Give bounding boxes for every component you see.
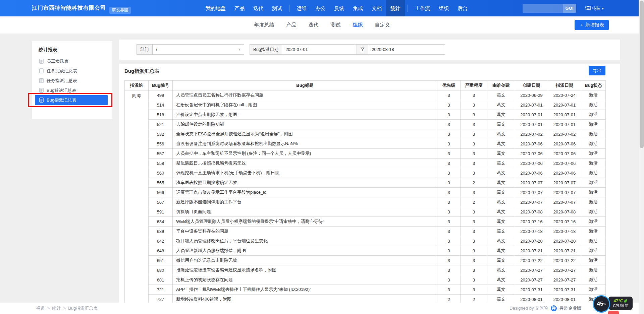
topnav-item-2-2[interactable]: 后台	[453, 0, 472, 16]
table-row: 680报障处理渣场没有设备编号建议显示渣场名称，附图33葛文2020-07-27…	[125, 265, 606, 275]
created-date-cell: 2020-07-20	[515, 236, 548, 246]
report-tab-0[interactable]: 年度总结	[254, 22, 274, 28]
priority-cell: 3	[437, 236, 461, 246]
column-header-6: 创建日期	[515, 81, 548, 90]
export-button[interactable]: 导出	[589, 66, 605, 75]
severity-cell: 3	[461, 100, 487, 110]
report-tab-4[interactable]: 组织	[353, 22, 363, 28]
sidebar-item-1[interactable]: 任务完成汇总表	[35, 66, 108, 76]
assigned-date-cell: 2020-07-20	[548, 236, 581, 246]
topnav-item-0-3[interactable]: 测试	[268, 0, 286, 16]
topnav-item-0-1[interactable]: 产品	[230, 0, 249, 16]
assigned-date-cell: 2020-07-01	[548, 110, 581, 120]
user-menu[interactable]: 谭国振▼	[585, 5, 604, 11]
severity-cell: 3	[461, 236, 487, 246]
bug-title-cell: 调度管理点击修改显示工作平台字段为place_id	[173, 188, 437, 197]
breadcrumb-item-0[interactable]: 禅道	[36, 306, 45, 311]
status-cell: 激活	[581, 217, 606, 227]
cpu-temp-value: 47℃	[614, 299, 623, 304]
created-date-cell: 2020-07-07	[515, 178, 548, 188]
created-date-cell: 2020-07-01	[515, 120, 548, 129]
created-date-cell: 2020-06-29	[515, 90, 548, 100]
sidebar-item-2[interactable]: 任务指派汇总表	[35, 76, 108, 85]
severity-cell: 3	[461, 168, 487, 178]
topnav-item-0-0[interactable]: 我的地盘	[201, 0, 230, 16]
severity-cell: 3	[461, 188, 487, 197]
status-cell: 激活	[581, 207, 606, 217]
bug-id-cell: 521	[149, 120, 173, 129]
department-filter: 部门 / ▼	[137, 44, 244, 55]
severity-cell: 3	[461, 139, 487, 149]
status-cell: 激活	[581, 256, 606, 265]
top-bar: 江门市西特智能科技有限公司 研发界面 我的地盘产品迭代测试运维办公反馈集成文档统…	[0, 0, 644, 16]
status-cell: 激活	[581, 90, 606, 100]
table-row: 639平台中设备资料存在的问题33葛文2020-07-182020-07-18激…	[125, 227, 606, 236]
report-tab-1[interactable]: 产品	[286, 22, 297, 28]
bug-id-cell: 499	[149, 90, 173, 100]
breadcrumb: 禅道>统计>Bug指派汇总表	[36, 303, 98, 314]
severity-cell: 3	[461, 265, 487, 275]
scrollbar-thumb[interactable]	[640, 1, 644, 148]
sidebar-item-3[interactable]: Bug解决汇总表	[35, 85, 108, 95]
priority-cell: 3	[437, 197, 461, 207]
cpu-usage-widget[interactable]: 45 %	[593, 295, 610, 313]
topnav-item-2-1[interactable]: 组织	[434, 0, 453, 16]
scrollbar[interactable]	[639, 0, 644, 314]
severity-cell: 2	[461, 197, 487, 207]
priority-cell: 3	[437, 110, 461, 120]
nav-divider	[408, 5, 408, 12]
bug-title-cell: 渣车图表按照日期搜索确定无效	[173, 178, 437, 188]
search-go-button[interactable]: GO!	[563, 4, 577, 13]
bug-title-cell: 全屏状态下ESC退出全屏后按钮还是显示为“退出全屏”，附图	[173, 129, 437, 139]
priority-cell: 3	[437, 256, 461, 265]
topnav-item-1-5[interactable]: 统计	[386, 0, 405, 16]
search-input[interactable]	[523, 4, 563, 13]
bug-title-cell: 在册设备记录中的司机字段存在null，附图	[173, 100, 437, 110]
creator-cell: 葛文	[487, 207, 515, 217]
topnav-item-1-1[interactable]: 办公	[311, 0, 330, 16]
topnav-item-0-2[interactable]: 迭代	[249, 0, 268, 16]
severity-cell: 3	[461, 207, 487, 217]
bug-title-cell: APP上操作上机和WEB端去操作上下机操作人显示为“未知 (ID:20192)”	[173, 285, 437, 295]
topnav-item-1-4[interactable]: 文档	[367, 0, 386, 16]
report-tab-2[interactable]: 迭代	[309, 22, 319, 28]
created-date-cell: 2020-07-22	[515, 256, 548, 265]
topnav-item-1-0[interactable]: 运维	[292, 0, 311, 16]
sidebar-item-0[interactable]: 员工负载表	[35, 56, 108, 66]
bug-id-cell: 651	[149, 256, 173, 265]
column-header-0: 指派给	[125, 81, 149, 90]
report-tab-5[interactable]: 自定义	[375, 22, 390, 28]
bug-title-cell: 微信用户勾选记录点击删除无效	[173, 256, 437, 265]
new-report-button[interactable]: ＋ 新增报表	[575, 20, 609, 30]
created-date-cell: 2020-07-27	[515, 265, 548, 275]
created-date-cell: 2020-07-27	[515, 275, 548, 285]
created-date-cell: 2020-07-07	[515, 197, 548, 207]
department-select[interactable]: / ▼	[153, 44, 244, 55]
bug-id-cell: 558	[149, 159, 173, 168]
column-header-8: Bug状态	[581, 81, 606, 90]
table-row: 634WEB端人员管理删除人员后小程序端我的项目提示“申请审核中，请耐心等待”3…	[125, 217, 606, 227]
status-cell: 激活	[581, 110, 606, 120]
created-date-cell: 2020-07-07	[515, 188, 548, 197]
sidebar-item-label: Bug指派汇总表	[47, 97, 76, 103]
priority-cell: 3	[437, 217, 461, 227]
report-title: Bug指派汇总表	[124, 68, 159, 74]
topnav-item-2-0[interactable]: 工作流	[411, 0, 434, 16]
bug-id-cell: 648	[149, 246, 173, 256]
edition-label[interactable]: 禅道企业版	[559, 303, 581, 314]
date-from-input[interactable]: 2020-07-01	[282, 44, 357, 55]
status-cell: 激活	[581, 168, 606, 178]
creator-cell: 葛文	[487, 188, 515, 197]
topnav-item-1-2[interactable]: 反馈	[330, 0, 348, 16]
date-to-input[interactable]: 2020-08-18	[368, 44, 445, 55]
severity-cell: 3	[461, 120, 487, 129]
table-row: 681挖机上传的初始状态存在问题33葛文2020-07-272020-07-27…	[125, 275, 606, 285]
creator-cell: 葛文	[487, 129, 515, 139]
column-header-1: Bug编号	[149, 81, 173, 90]
assigned-date-cell: 2020-07-18	[548, 227, 581, 236]
bug-id-cell: 634	[149, 217, 173, 227]
sidebar-item-4[interactable]: Bug指派汇总表	[35, 95, 108, 105]
topnav-item-1-3[interactable]: 集成	[348, 0, 367, 16]
breadcrumb-item-1[interactable]: 统计	[52, 306, 61, 311]
report-tab-3[interactable]: 测试	[331, 22, 341, 28]
